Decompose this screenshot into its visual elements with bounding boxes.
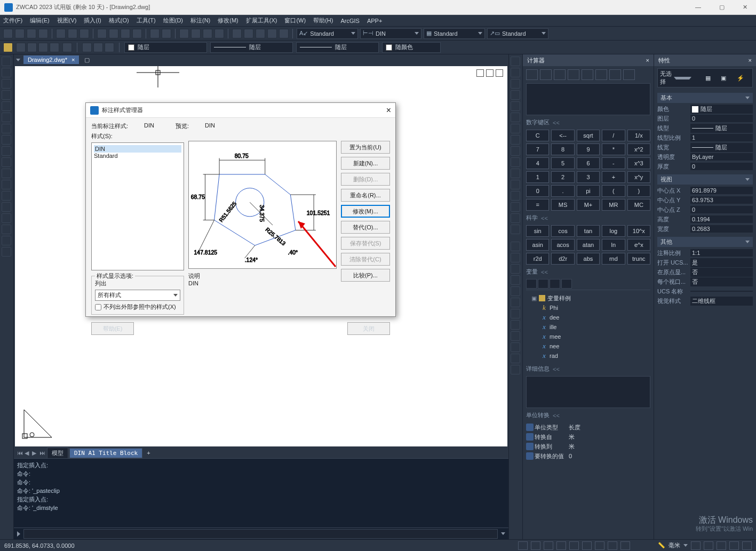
cut-button[interactable]: [97, 29, 107, 38]
circle-tool[interactable]: [2, 124, 11, 133]
calc-paste-button[interactable]: [554, 69, 566, 80]
spline-tool[interactable]: [2, 146, 11, 156]
help-button[interactable]: 帮助(E): [91, 322, 134, 335]
xref-checkbox[interactable]: 不列出外部参照中的样式(X): [95, 303, 180, 311]
section-vars[interactable]: 变量: [526, 268, 650, 276]
fillet-tool[interactable]: [511, 213, 520, 223]
prop-row[interactable]: 高度0.1994: [657, 214, 753, 224]
prop-row[interactable]: UCS 名称: [657, 286, 753, 296]
dim-center-tool[interactable]: [511, 365, 520, 374]
prop-value[interactable]: 0: [690, 115, 753, 122]
ann-vis-button[interactable]: [704, 541, 713, 550]
menu-help[interactable]: 帮助(H): [313, 17, 333, 25]
customize-button[interactable]: [742, 541, 752, 550]
copy-button[interactable]: [109, 29, 118, 38]
calc-key-1[interactable]: 1: [526, 171, 549, 183]
list-item[interactable]: DIN: [94, 145, 181, 153]
make-block-tool[interactable]: [2, 191, 11, 201]
calc-clear-button[interactable]: [526, 69, 538, 80]
calc-key-7[interactable]: 7: [526, 143, 549, 155]
calc-key-10^x[interactable]: 10^x: [627, 225, 650, 237]
calc-key-*[interactable]: *: [602, 143, 625, 155]
calc-key-MS[interactable]: MS: [551, 199, 574, 211]
calc-key-0[interactable]: 0: [526, 185, 549, 197]
prop-row[interactable]: 线型比例1: [657, 133, 753, 142]
ws-switch-button[interactable]: [717, 541, 726, 550]
layer-match-button[interactable]: [105, 43, 114, 52]
polar-button[interactable]: [556, 541, 566, 550]
calc-key-4[interactable]: 4: [526, 157, 549, 169]
section-detail[interactable]: 详细信息: [526, 365, 650, 373]
table-style-combo[interactable]: ▦ Standard: [424, 28, 485, 39]
tabs-last-button[interactable]: ⏭: [39, 450, 46, 456]
clear-override-button[interactable]: 清除替代(C): [341, 253, 390, 266]
open-button[interactable]: [15, 29, 25, 38]
calc-history-button[interactable]: [540, 69, 552, 80]
prop-value[interactable]: 随层: [690, 124, 753, 133]
grid-button[interactable]: [531, 541, 540, 550]
mirror-tool[interactable]: [511, 79, 520, 89]
prop-value[interactable]: 0: [690, 163, 753, 170]
dim-tolerance-tool[interactable]: [511, 354, 520, 363]
dim-style-combo[interactable]: ⊢⊣ DIN: [360, 28, 421, 39]
override-button[interactable]: 替代(O)...: [341, 221, 390, 234]
calculator-display[interactable]: [526, 83, 650, 115]
calc-key-atan[interactable]: atan: [577, 239, 600, 251]
calc-key-abs[interactable]: abs: [577, 253, 600, 265]
chevron-down-icon[interactable]: [415, 32, 419, 35]
prop-row[interactable]: 透明度ByLayer: [657, 152, 753, 162]
tool-palette-button[interactable]: [256, 29, 265, 38]
new-tab-button[interactable]: ▢: [81, 55, 93, 65]
dialog-close-button[interactable]: ×: [386, 106, 391, 115]
calc-key-MC[interactable]: MC: [627, 199, 650, 211]
calc-key-cos[interactable]: cos: [551, 225, 574, 237]
trim-tool[interactable]: [511, 157, 520, 167]
calc-help-button[interactable]: [623, 69, 635, 80]
selection-combo[interactable]: 无选择 ▦ ▣ ⚡: [657, 68, 753, 87]
calc-key-9[interactable]: 9: [577, 143, 600, 155]
var-tab-calc[interactable]: [561, 279, 572, 289]
prop-row[interactable]: 视觉样式二维线框: [657, 296, 753, 306]
calc-key-pi[interactable]: pi: [577, 185, 600, 197]
design-center-button[interactable]: [244, 29, 253, 38]
gradient-tool[interactable]: [2, 225, 11, 234]
select-objects-icon[interactable]: ▣: [721, 75, 735, 82]
prop-value[interactable]: 随层: [690, 143, 753, 152]
calc-getint-button[interactable]: [609, 69, 621, 80]
ellipse-arc-tool[interactable]: [2, 169, 11, 178]
erase-tool[interactable]: [511, 57, 520, 66]
paste-button[interactable]: [121, 29, 130, 38]
layer-state-button[interactable]: [50, 43, 59, 52]
tree-item[interactable]: xrad: [526, 351, 650, 361]
dim-leader-tool[interactable]: [511, 342, 520, 352]
unit-row[interactable]: 要转换的值0: [526, 451, 650, 461]
dim-baseline-tool[interactable]: [511, 320, 520, 330]
calc-key-r2d[interactable]: r2d: [526, 253, 549, 265]
line-tool[interactable]: [2, 57, 11, 66]
window-maximize-button[interactable]: ▢: [715, 3, 729, 12]
prop-row[interactable]: 线型随层: [657, 123, 753, 133]
chevron-down-icon[interactable]: [16, 59, 20, 61]
dim-ordinate-tool[interactable]: [511, 275, 520, 285]
chevron-down-icon[interactable]: [674, 77, 692, 79]
close-panel-button[interactable]: ×: [646, 57, 649, 63]
color-combo[interactable]: 随颜色: [382, 42, 441, 53]
model-button[interactable]: [620, 541, 630, 550]
chevron-down-icon[interactable]: [683, 544, 688, 547]
unit-row[interactable]: 转换自米: [526, 432, 650, 442]
calc-key-<--[interactable]: <--: [551, 130, 574, 141]
layer-manager-button[interactable]: [3, 43, 13, 52]
insert-block-tool[interactable]: [2, 180, 11, 189]
redo-button[interactable]: [162, 29, 171, 38]
tab-layout[interactable]: DIN A1 Title Block: [69, 448, 142, 458]
calc-key-x^y[interactable]: x^y: [627, 171, 650, 183]
scale-tool[interactable]: [511, 135, 520, 145]
ortho-button[interactable]: [544, 541, 553, 550]
prop-row[interactable]: 线宽随层: [657, 142, 753, 152]
menu-format[interactable]: 格式(O): [109, 17, 129, 25]
menu-edit[interactable]: 编辑(E): [30, 17, 50, 25]
calc-key-e^x[interactable]: e^x: [627, 239, 650, 251]
undo-button[interactable]: [150, 29, 160, 38]
saveas-button[interactable]: [38, 29, 48, 38]
table-tool[interactable]: [2, 247, 11, 257]
